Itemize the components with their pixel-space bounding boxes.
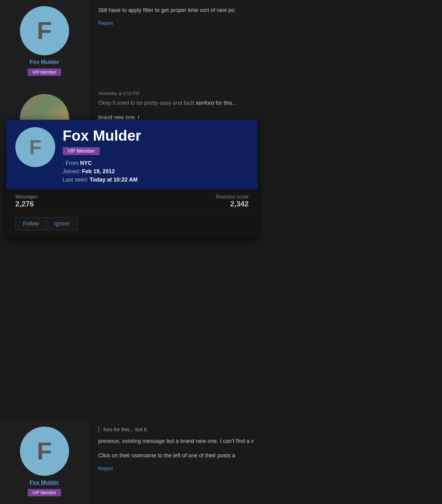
post-row-1: F Fox Mulder VIP Member Still have to ap… — [0, 0, 442, 85]
popup-header: F Fox Mulder VIP Member · From NYC Joine… — [6, 120, 258, 189]
avatar-1: F — [20, 6, 69, 55]
post-timestamp-2: Yesterday at 6:53 PM — [98, 91, 433, 96]
popup-vip-badge: VIP Member — [63, 147, 100, 155]
post-row-3: F Fox Mulder VIP Member foro for this...… — [0, 420, 442, 504]
popup-username[interactable]: Fox Mulder — [63, 127, 249, 144]
popup-location: · From NYC — [63, 160, 249, 166]
vip-badge-3: VIP Member — [28, 489, 61, 496]
stat-messages: Messages 2,276 — [15, 194, 38, 208]
popup-last-seen: Last seen: Today at 10:22 AM — [63, 177, 249, 183]
post-text-1: Still have to apply filter to get proper… — [98, 6, 433, 14]
post-sidebar-3: F Fox Mulder VIP Member — [0, 420, 89, 504]
report-link-3[interactable]: Report — [98, 466, 113, 471]
quote-block: foro for this... but b — [98, 427, 433, 433]
post-sidebar-1: F Fox Mulder VIP Member — [0, 0, 89, 84]
post-content-3: foro for this... but b previous, existin… — [89, 420, 442, 504]
ignore-button[interactable]: Ignore — [47, 217, 77, 230]
report-link-1[interactable]: Report — [98, 21, 113, 26]
post-text-3a: previous, existing message but a brand n… — [98, 437, 433, 445]
vip-badge-1: VIP Member — [28, 68, 61, 76]
username-link-3[interactable]: Fox Mulder — [29, 479, 59, 486]
username-link-1[interactable]: Fox Mulder — [29, 59, 59, 65]
post-text-3b: Click on their username to the left of o… — [98, 451, 433, 460]
post-content-1: Still have to apply filter to get proper… — [89, 0, 442, 84]
popup-joined: Joined: Feb 19, 2012 — [63, 168, 249, 175]
post-text-2: Okay it used to be pretty easy and fault… — [98, 99, 433, 107]
stat-reaction: Reaction score 2,342 — [216, 194, 249, 208]
popup-stats: Messages 2,276 Reaction score 2,342 — [6, 189, 258, 213]
popup-info: Fox Mulder VIP Member · From NYC Joined:… — [63, 127, 249, 183]
user-popup-card: F Fox Mulder VIP Member · From NYC Joine… — [6, 120, 258, 236]
popup-avatar: F — [15, 127, 55, 167]
avatar-3: F — [20, 427, 69, 476]
popup-actions: Follow Ignore — [6, 213, 258, 236]
follow-button[interactable]: Follow — [15, 217, 47, 230]
